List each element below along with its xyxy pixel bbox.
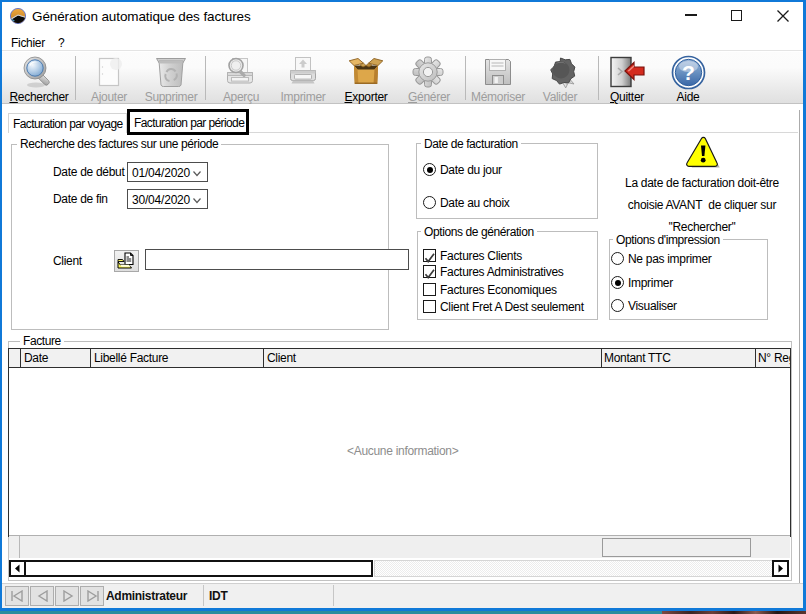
svg-text:?: ? (682, 61, 695, 84)
